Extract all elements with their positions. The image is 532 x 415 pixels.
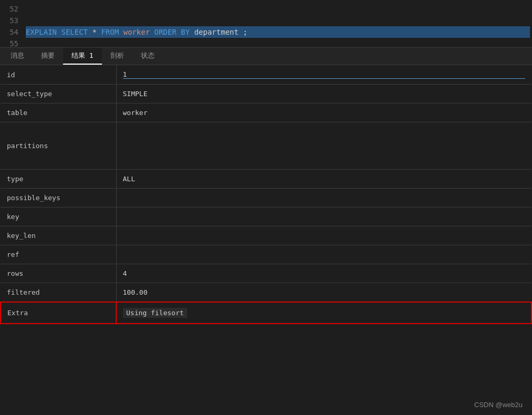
table-row-possible-keys: possible_keys — [1, 189, 531, 208]
field-value-select-type[interactable] — [116, 85, 531, 103]
table-name: worker — [124, 28, 150, 36]
code-line-53 — [26, 15, 530, 26]
field-value-id[interactable] — [116, 65, 531, 85]
table-row-rows: rows — [1, 264, 531, 283]
key-input[interactable] — [123, 213, 526, 221]
column-name: department — [194, 28, 238, 36]
field-name-id: id — [1, 65, 116, 85]
type-input[interactable] — [123, 175, 526, 183]
field-value-ref[interactable] — [116, 245, 531, 264]
field-name-filtered: filtered — [1, 283, 116, 303]
tab-analysis[interactable]: 剖析 — [102, 48, 132, 65]
table-row-id: id — [1, 65, 531, 85]
keyword-by: BY — [181, 28, 190, 36]
field-name-rows: rows — [1, 264, 116, 283]
keyword-select: SELECT — [61, 28, 88, 36]
keyword-from: FROM — [101, 28, 119, 36]
code-line-52 — [26, 3, 530, 15]
result-table: id select_type table — [0, 65, 532, 324]
tab-summary[interactable]: 摘要 — [33, 48, 63, 65]
rows-input[interactable] — [123, 269, 526, 277]
code-editor: 52 53 54 55 EXPLAIN SELECT * FROM worker… — [0, 0, 532, 47]
code-content: EXPLAIN SELECT * FROM worker ORDER BY de… — [24, 0, 532, 47]
field-name-ref: ref — [1, 245, 116, 264]
tab-result1[interactable]: 结果 1 — [63, 48, 102, 65]
table-row-extra: Extra Using filesort — [1, 302, 531, 324]
field-value-extra[interactable]: Using filesort — [116, 302, 531, 324]
field-name-partitions: partitions — [1, 122, 116, 170]
tab-messages[interactable]: 消息 — [2, 48, 33, 65]
line-number-52: 52 — [5, 3, 18, 15]
field-value-table[interactable] — [116, 103, 531, 122]
line-number-54: 54 — [5, 26, 18, 38]
table-row-filtered: filtered — [1, 283, 531, 303]
main-layout: 52 53 54 55 EXPLAIN SELECT * FROM worker… — [0, 0, 532, 415]
table-row-partitions: partitions — [1, 122, 531, 170]
field-name-table: table — [1, 103, 116, 122]
possible-keys-input[interactable] — [123, 194, 526, 202]
id-input[interactable] — [123, 70, 526, 79]
field-name-key-len: key_len — [1, 226, 116, 245]
results-area: id select_type table — [0, 65, 532, 415]
tabs-bar: 消息 摘要 结果 1 剖析 状态 — [0, 47, 532, 65]
code-line-54[interactable]: EXPLAIN SELECT * FROM worker ORDER BY de… — [26, 26, 530, 38]
field-value-rows[interactable] — [116, 264, 531, 283]
field-value-type[interactable] — [116, 170, 531, 189]
field-name-select-type: select_type — [1, 85, 116, 103]
line-number-53: 53 — [5, 15, 18, 26]
tab-status[interactable]: 状态 — [132, 48, 163, 65]
keyword-order: ORDER — [155, 28, 177, 36]
ref-input[interactable] — [123, 251, 526, 258]
field-value-possible-keys[interactable] — [116, 189, 531, 208]
table-input[interactable] — [123, 109, 526, 117]
keyword-star: * — [92, 28, 96, 36]
field-name-extra: Extra — [1, 302, 116, 324]
field-name-type: type — [1, 170, 116, 189]
table-row-type: type — [1, 170, 531, 189]
field-name-possible-keys: possible_keys — [1, 189, 116, 208]
table-row-key: key — [1, 208, 531, 226]
semicolon: ; — [243, 28, 247, 36]
table-row-ref: ref — [1, 245, 531, 264]
keyword-explain: EXPLAIN — [26, 28, 57, 36]
extra-value: Using filesort — [123, 308, 187, 318]
table-row-table: table — [1, 103, 531, 122]
select-type-input[interactable] — [123, 90, 526, 98]
table-row-select-type: select_type — [1, 85, 531, 103]
key-len-input[interactable] — [123, 232, 526, 240]
filtered-input[interactable] — [123, 288, 526, 296]
table-row-key-len: key_len — [1, 226, 531, 245]
field-value-filtered[interactable] — [116, 283, 531, 303]
watermark: CSDN @web2u — [474, 401, 523, 409]
field-value-key[interactable] — [116, 208, 531, 226]
field-value-partitions[interactable] — [116, 122, 531, 170]
field-value-key-len[interactable] — [116, 226, 531, 245]
line-numbers: 52 53 54 55 — [0, 0, 24, 47]
field-name-key: key — [1, 208, 116, 226]
